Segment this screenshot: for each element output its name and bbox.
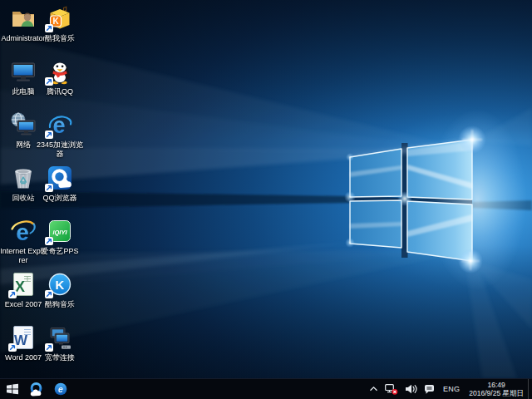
broadband-connection-icon bbox=[47, 324, 73, 351]
desktop-icon-label: 宽带连接 bbox=[36, 353, 84, 362]
desktop-icon-broadband-connection[interactable]: 宽带连接 bbox=[34, 324, 86, 362]
start-button[interactable] bbox=[0, 379, 24, 399]
tray-clock[interactable]: 16:49 2016/9/25 星期日 bbox=[465, 381, 528, 397]
desktop-icon-label: 2345加速浏览器 bbox=[36, 140, 84, 159]
desktop-icon-label: 酷狗音乐 bbox=[36, 300, 84, 309]
excel-2007-icon: X bbox=[10, 271, 37, 298]
shortcut-arrow-icon bbox=[45, 77, 53, 86]
tray-network-disconnected-icon[interactable] bbox=[382, 379, 401, 399]
2345-browser-icon: e bbox=[47, 111, 73, 138]
shortcut-arrow-icon bbox=[8, 343, 17, 352]
desktop-icon-iqiyi-pps[interactable]: iQIYI 爱奇艺PPS bbox=[34, 218, 86, 256]
shortcut-arrow-icon bbox=[8, 290, 17, 298]
desktop-icon-qq-browser[interactable]: QQ浏览器 bbox=[34, 165, 86, 203]
qq-browser-taskbar-icon bbox=[28, 382, 44, 397]
desktop-icon-kuwo-music[interactable]: K 酷我音乐 bbox=[34, 5, 86, 43]
clock-time: 16:49 bbox=[469, 381, 524, 389]
iqiyi-pps-icon: iQIYI bbox=[47, 218, 73, 244]
system-tray: ENG 16:49 2016/9/25 星期日 bbox=[366, 379, 532, 399]
desktop-icon-label: 爱奇艺PPS bbox=[36, 247, 84, 256]
show-desktop-button[interactable] bbox=[528, 379, 532, 399]
tray-volume-icon[interactable] bbox=[401, 379, 421, 399]
network-icon bbox=[10, 111, 37, 138]
desktop-icon-tencent-qq[interactable]: 腾讯QQ bbox=[34, 58, 86, 96]
qq-penguin-icon bbox=[47, 58, 73, 85]
user-folder-icon bbox=[10, 5, 37, 32]
word-2007-icon: W bbox=[10, 324, 37, 351]
taskbar-2345-browser-button[interactable]: e bbox=[48, 379, 72, 399]
shortcut-arrow-icon bbox=[45, 131, 53, 139]
svg-text:e: e bbox=[58, 384, 63, 394]
desktop-icon-label: 酷我音乐 bbox=[36, 34, 84, 43]
kugou-music-icon: K bbox=[47, 271, 73, 298]
kuwo-music-icon: K bbox=[47, 5, 73, 32]
tray-chevron-up-icon[interactable] bbox=[366, 379, 382, 399]
taskbar-qq-browser-button[interactable] bbox=[24, 379, 48, 399]
tray-language-indicator[interactable]: ENG bbox=[438, 379, 465, 399]
svg-text:iQIYI: iQIYI bbox=[52, 229, 67, 236]
2345-browser-taskbar-icon: e bbox=[54, 382, 67, 396]
qq-browser-icon bbox=[47, 165, 73, 191]
desktop-icon-label: QQ浏览器 bbox=[36, 194, 84, 203]
tray-action-center-icon[interactable] bbox=[421, 379, 438, 399]
internet-explorer-icon: e bbox=[10, 218, 37, 244]
shortcut-arrow-icon bbox=[45, 290, 53, 298]
desktop-icon-label: 腾讯QQ bbox=[36, 87, 84, 96]
shortcut-arrow-icon bbox=[45, 343, 53, 352]
desktop-icon-2345-browser[interactable]: e 2345加速浏览器 bbox=[34, 111, 86, 159]
windows-logo-icon bbox=[7, 383, 18, 395]
desktop: Administrator K 酷我音乐 bbox=[0, 0, 532, 399]
this-pc-icon bbox=[10, 58, 37, 85]
shortcut-arrow-icon bbox=[45, 24, 53, 32]
clock-date: 2016/9/25 星期日 bbox=[469, 389, 524, 397]
svg-text:K: K bbox=[52, 17, 59, 26]
recycle-bin-icon bbox=[10, 165, 37, 191]
shortcut-arrow-icon bbox=[45, 237, 53, 245]
shortcut-arrow-icon bbox=[45, 184, 53, 192]
svg-text:K: K bbox=[56, 278, 65, 292]
desktop-icon-kugou-music[interactable]: K 酷狗音乐 bbox=[34, 271, 86, 309]
taskbar: e bbox=[0, 378, 532, 399]
